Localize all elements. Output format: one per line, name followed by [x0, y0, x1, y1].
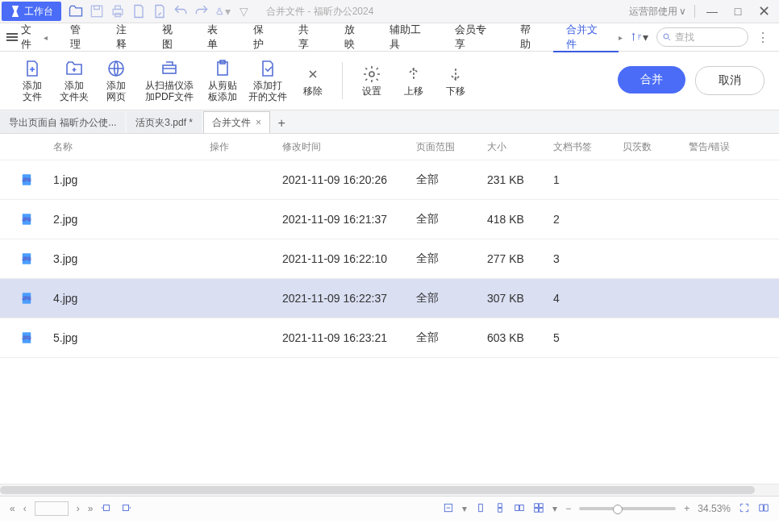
nav-next-icon[interactable]: ›	[77, 503, 80, 514]
svg-text:JPG: JPG	[23, 217, 31, 222]
menu-item-10[interactable]: 合并文件	[553, 23, 619, 52]
remove-button[interactable]: 移除	[295, 56, 331, 105]
zoom-level[interactable]: 34.53%	[698, 503, 731, 514]
nav-last-icon[interactable]: »	[88, 503, 94, 514]
header-op[interactable]: 操作	[210, 140, 282, 154]
move-down-button[interactable]: 下移	[438, 56, 473, 105]
menu-item-4[interactable]: 保护	[240, 23, 286, 51]
save-icon[interactable]	[89, 3, 105, 19]
read-mode-icon[interactable]	[758, 502, 769, 516]
doc2-icon[interactable]	[152, 3, 168, 19]
header-range[interactable]: 页面范围	[416, 140, 487, 154]
menu-item-9[interactable]: 帮助	[507, 23, 553, 51]
document-tab[interactable]: 活页夹3.pdf *	[127, 111, 202, 133]
menubar: 文件 ◂ 管理注释视图表单保护共享放映辅助工具会员专享帮助合并文件 ▸ ▾ 查找…	[0, 23, 779, 52]
svg-rect-24	[479, 504, 483, 511]
dropdown-icon[interactable]: ▽	[235, 3, 252, 19]
doc1-icon[interactable]	[131, 3, 147, 19]
table-row[interactable]: JPG2.jpg2021-11-09 16:21:37全部418 KB2	[0, 200, 779, 239]
menu-item-3[interactable]: 表单	[194, 23, 240, 51]
workspace-button[interactable]: 工作台	[2, 2, 61, 21]
fit-auto-icon[interactable]	[443, 502, 454, 516]
menu-item-0[interactable]: 管理	[57, 23, 103, 51]
file-menu-label: 文件	[21, 23, 40, 52]
svg-rect-26	[498, 508, 502, 512]
sort-button[interactable]: ▾	[627, 31, 652, 44]
close-button[interactable]: ✕	[755, 2, 773, 20]
header-bates[interactable]: 贝茨数	[623, 140, 689, 154]
zoom-out-icon[interactable]: −	[565, 503, 571, 514]
horizontal-scrollbar[interactable]	[0, 484, 779, 496]
file-menu-button[interactable]: 文件 ◂	[0, 23, 54, 52]
move-up-button[interactable]: 上移	[396, 56, 431, 105]
settings-button[interactable]: 设置	[354, 56, 390, 105]
svg-rect-2	[113, 10, 123, 15]
zoom-in-icon[interactable]: +	[684, 503, 689, 514]
svg-rect-7	[163, 65, 176, 73]
add-folder-button[interactable]: 添加 文件夹	[56, 56, 92, 105]
menu-item-6[interactable]: 放映	[331, 23, 377, 51]
statusbar: « ‹ › » ▾ ▾ − + 34.53%	[0, 496, 779, 521]
document-tab[interactable]: 导出页面自 福昕办公使...	[0, 111, 125, 133]
add-from-clipboard-button[interactable]: 从剪贴 板添加	[205, 56, 240, 105]
merge-button[interactable]: 合并	[618, 66, 685, 94]
minimize-button[interactable]: —	[703, 2, 721, 20]
page-input[interactable]	[35, 501, 69, 516]
document-tab[interactable]: 合并文件×	[203, 111, 270, 133]
svg-text:JPG: JPG	[23, 177, 31, 182]
file-list: 名称 操作 修改时间 页面范围 大小 文档书签 贝茨数 警告/错误 JPG1.j…	[0, 134, 779, 484]
more-menu-button[interactable]: ⋮	[753, 30, 773, 45]
svg-rect-0	[91, 6, 102, 16]
print-icon[interactable]	[110, 3, 126, 19]
hamburger-icon	[6, 36, 18, 38]
app-logo-icon	[10, 6, 21, 17]
menu-item-8[interactable]: 会员专享	[442, 23, 507, 51]
menu-item-2[interactable]: 视图	[149, 23, 195, 51]
table-row[interactable]: JPG1.jpg2021-11-09 16:20:26全部231 KB1	[0, 160, 779, 200]
new-tab-button[interactable]: +	[272, 114, 291, 133]
view-facing-cont-icon[interactable]	[533, 502, 544, 516]
svg-rect-25	[498, 503, 502, 507]
open-icon[interactable]	[68, 3, 84, 19]
jpg-file-icon: JPG	[19, 172, 34, 187]
search-input[interactable]: 查找	[656, 27, 748, 47]
undo-icon[interactable]	[173, 3, 189, 19]
nav-prev-icon[interactable]: ‹	[23, 503, 27, 514]
view-facing-icon[interactable]	[514, 502, 525, 516]
view-single-icon[interactable]	[475, 502, 486, 516]
header-warn[interactable]: 警告/错误	[689, 140, 753, 154]
svg-rect-30	[539, 503, 544, 507]
table-row[interactable]: JPG3.jpg2021-11-09 16:22:10全部277 KB3	[0, 239, 779, 279]
header-bookmark[interactable]: 文档书签	[553, 140, 623, 154]
redo-icon[interactable]	[194, 3, 210, 19]
maximize-button[interactable]: □	[729, 2, 747, 20]
rotate-left-icon[interactable]	[101, 502, 112, 516]
add-file-button[interactable]: 添加 文件	[15, 56, 50, 105]
menu-item-1[interactable]: 注释	[103, 23, 149, 51]
workspace-label: 工作台	[24, 5, 53, 19]
table-row[interactable]: JPG4.jpg2021-11-09 16:22:37全部307 KB4	[0, 279, 779, 318]
view-continuous-icon[interactable]	[494, 502, 506, 516]
fullscreen-icon[interactable]	[739, 502, 750, 516]
header-time[interactable]: 修改时间	[282, 140, 416, 154]
header-name[interactable]: 名称	[53, 140, 210, 154]
rotate-right-icon[interactable]	[120, 502, 131, 516]
menu-item-7[interactable]: 辅助工具	[377, 23, 442, 51]
header-size[interactable]: 大小	[487, 140, 553, 154]
tab-close-icon[interactable]: ×	[256, 117, 261, 128]
zoom-slider[interactable]	[579, 507, 676, 510]
svg-point-5	[664, 34, 669, 39]
cancel-button[interactable]: 取消	[695, 66, 764, 95]
usage-dropdown[interactable]: 运营部使用 ∨	[629, 5, 686, 19]
add-from-scanner-button[interactable]: 从扫描仪添 加PDF文件	[140, 56, 198, 105]
add-webpage-button[interactable]: 添加 网页	[98, 56, 134, 105]
touch-icon[interactable]: ▾	[215, 3, 231, 19]
table-row[interactable]: JPG5.jpg2021-11-09 16:23:21全部603 KB5	[0, 318, 779, 358]
document-title: 合并文件 - 福昕办公2024	[266, 5, 629, 19]
nav-first-icon[interactable]: «	[10, 503, 15, 514]
jpg-file-icon: JPG	[19, 251, 34, 266]
menu-item-5[interactable]: 共享	[285, 23, 331, 51]
document-tabstrip: 导出页面自 福昕办公使...活页夹3.pdf *合并文件× +	[0, 110, 779, 134]
add-open-files-button[interactable]: 添加打 开的文件	[247, 56, 289, 105]
jpg-file-icon: JPG	[19, 212, 34, 227]
